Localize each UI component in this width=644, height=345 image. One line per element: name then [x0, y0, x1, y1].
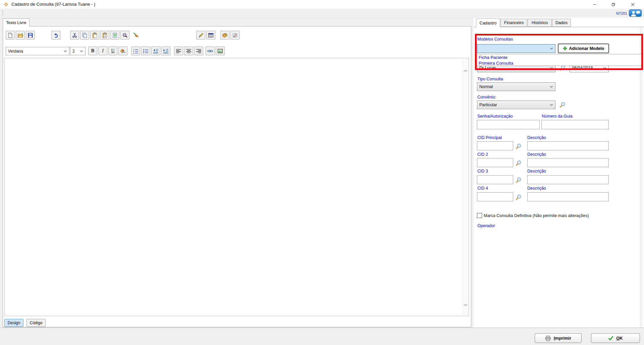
align-left-button[interactable]: [174, 47, 183, 55]
cid-principal-desc-input[interactable]: [527, 141, 609, 150]
operador-label: Operador: [477, 223, 495, 228]
data-consulta-value: 06/04/2018: [572, 66, 593, 70]
dropdown-option-ficha-paciente[interactable]: Ficha Paciente: [479, 55, 642, 60]
tab-historico[interactable]: Histórico: [528, 19, 552, 27]
search-magnifier-icon: [559, 101, 566, 108]
insert-table-button[interactable]: [206, 31, 215, 40]
cid3-search-button[interactable]: [515, 177, 522, 184]
tab-codigo[interactable]: Código: [26, 319, 46, 327]
cid4-input[interactable]: [477, 192, 513, 201]
cut-button[interactable]: [70, 31, 79, 40]
adicionar-modelo-button[interactable]: Adicionar Modelo: [558, 44, 609, 53]
increase-indent-button[interactable]: [161, 47, 170, 55]
editor-scrollbar[interactable]: [462, 58, 469, 316]
window-title: Cadastro de Consulta (87-Larissa Tuane -…: [11, 2, 95, 7]
scroll-up-button[interactable]: [463, 68, 469, 74]
hyperlink-button[interactable]: [206, 47, 215, 55]
convenio-search-button[interactable]: [559, 101, 566, 108]
underline-button[interactable]: U: [108, 47, 117, 55]
font-name-select[interactable]: Verdana: [6, 47, 69, 55]
window-restore-icon: [611, 3, 615, 6]
copy-button[interactable]: [80, 31, 89, 40]
bold-button[interactable]: B: [88, 47, 97, 55]
font-size-select[interactable]: 2: [70, 47, 86, 55]
scroll-up-icon: [464, 70, 468, 72]
bullet-list-icon: [143, 48, 149, 54]
paste-text-icon: A: [102, 32, 108, 38]
cid-principal-input[interactable]: [477, 141, 513, 150]
window-minimize-icon: [593, 3, 596, 6]
cid-principal-desc-label: Descrição: [527, 135, 546, 140]
align-center-button[interactable]: [184, 47, 193, 55]
app-diamond-icon: [3, 2, 9, 7]
tab-cadastro[interactable]: Cadastro: [476, 18, 500, 27]
cid3-input[interactable]: [477, 175, 513, 184]
add-plus-icon: [563, 46, 567, 51]
cid4-search-button[interactable]: [515, 194, 522, 201]
italic-button[interactable]: I: [98, 47, 107, 55]
tab-design-label: Design: [8, 321, 20, 325]
italic-icon: I: [102, 48, 104, 54]
decrease-indent-button[interactable]: [151, 47, 160, 55]
insert-image-button[interactable]: [216, 47, 225, 55]
panel-scrollbar[interactable]: [640, 27, 643, 328]
cid3-desc-input[interactable]: [527, 175, 609, 184]
user-chat-button[interactable]: [629, 9, 642, 17]
ok-button[interactable]: OK: [591, 333, 640, 343]
palette-button[interactable]: [220, 31, 229, 40]
format-brush-button[interactable]: [131, 31, 140, 40]
font-color-icon: [120, 48, 126, 54]
font-color-button[interactable]: [118, 47, 127, 55]
definitiva-checkbox[interactable]: [477, 213, 482, 218]
cid4-label: CID 4: [477, 186, 488, 191]
find-button[interactable]: [120, 31, 129, 40]
window-close-button[interactable]: [625, 0, 640, 9]
undo-icon: [53, 32, 59, 38]
cid2-desc-input[interactable]: [527, 158, 609, 167]
dropdown-option-primeira-consulta[interactable]: Primeira Consulta: [479, 60, 642, 66]
cid-principal-search-button[interactable]: [515, 143, 522, 150]
search-magnifier-icon: [515, 177, 522, 184]
editor-canvas[interactable]: [4, 58, 469, 316]
convenio-label: Convênio:: [477, 95, 496, 99]
undo-button[interactable]: [51, 31, 60, 40]
cid2-desc-label: Descrição: [527, 152, 546, 157]
convenio-select[interactable]: Particular: [477, 100, 555, 109]
tab-texto-livre[interactable]: Texto Livre: [3, 18, 30, 26]
palette-icon: [222, 32, 228, 38]
tab-dados[interactable]: Dados: [552, 19, 571, 27]
document-lines-button[interactable]: [110, 31, 119, 40]
scroll-down-button[interactable]: [463, 302, 469, 308]
underline-icon: U: [111, 48, 114, 54]
bullet-list-button[interactable]: [141, 47, 150, 55]
senha-input[interactable]: [477, 120, 540, 129]
cid2-input[interactable]: [477, 158, 513, 167]
guia-input[interactable]: [541, 120, 609, 129]
new-document-button[interactable]: [6, 31, 15, 40]
paste-text-button[interactable]: A: [100, 31, 109, 40]
tab-design[interactable]: Design: [4, 319, 23, 327]
save-button[interactable]: [26, 31, 35, 40]
editor-page: A Verdana 2 B I U 123: [3, 26, 471, 327]
paste-button[interactable]: [90, 31, 99, 40]
cid4-desc-label: Descrição: [527, 186, 546, 191]
window-restore-button[interactable]: [605, 0, 621, 9]
imprimir-button[interactable]: Imprimir: [535, 333, 582, 343]
imprimir-label: Imprimir: [554, 336, 571, 341]
tab-financeiro-label: Financeiro: [504, 20, 524, 25]
signature-pen-button[interactable]: [196, 31, 205, 40]
toolbar-gripper[interactable]: [2, 10, 3, 16]
window-minimize-button[interactable]: [587, 0, 602, 9]
paste-icon: [92, 32, 98, 38]
tipo-consulta-select[interactable]: Normal: [477, 82, 555, 91]
align-right-button[interactable]: [194, 47, 203, 55]
cid4-desc-input[interactable]: [527, 192, 609, 201]
tab-financeiro[interactable]: Financeiro: [500, 19, 527, 27]
numbered-list-button[interactable]: 123: [131, 47, 140, 55]
modelos-consultas-select[interactable]: [477, 44, 555, 53]
page-edit-button[interactable]: [230, 31, 239, 40]
open-folder-icon: [17, 32, 23, 38]
cid2-search-button[interactable]: [515, 160, 522, 166]
open-button[interactable]: [16, 31, 25, 40]
decrease-indent-icon: [153, 48, 159, 54]
